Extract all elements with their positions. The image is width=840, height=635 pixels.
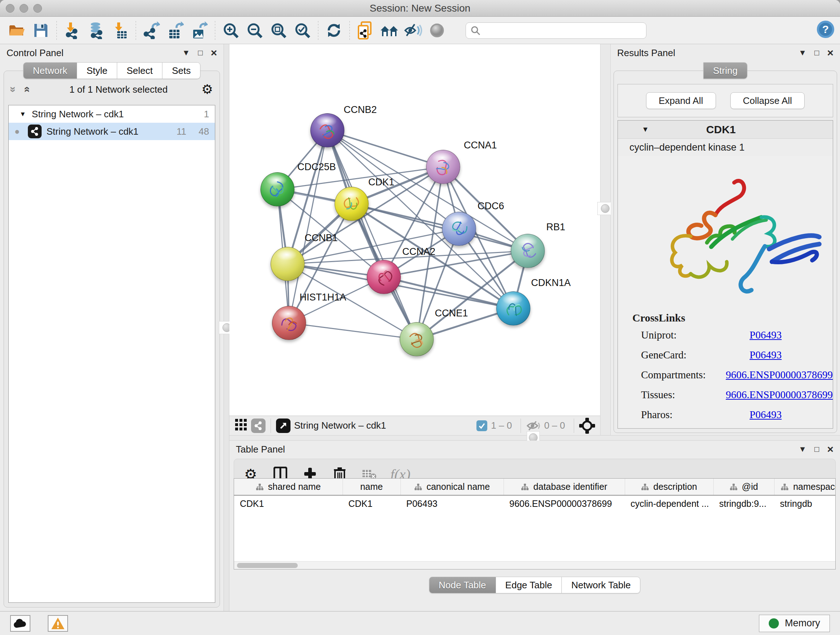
- node-CCNB2[interactable]: [310, 113, 344, 147]
- hide-details-button[interactable]: [401, 19, 425, 42]
- import-table-button[interactable]: [108, 19, 132, 42]
- panel-float-icon[interactable]: □: [198, 49, 202, 57]
- node-CDKN1A[interactable]: [496, 291, 531, 325]
- tab-node-table[interactable]: Node Table: [429, 577, 496, 593]
- panel-float-icon[interactable]: □: [814, 445, 819, 453]
- node-RB1[interactable]: [511, 234, 545, 268]
- table-horizontal-scrollbar[interactable]: [234, 561, 835, 569]
- collapse-all-button[interactable]: Collapse All: [730, 92, 805, 109]
- panel-close-icon[interactable]: ×: [827, 48, 834, 58]
- edge-CCNB2-CCNE1[interactable]: [327, 130, 417, 339]
- export-image-button[interactable]: [187, 19, 211, 42]
- table-row[interactable]: CDK1CDK1P064939606.ENSP00000378699cyclin…: [234, 495, 836, 512]
- export-table-button[interactable]: [164, 19, 187, 42]
- panel-menu-icon[interactable]: ▼: [798, 445, 806, 453]
- results-panel-title: Results Panel: [617, 48, 675, 59]
- tab-style[interactable]: Style: [77, 62, 117, 79]
- warnings-button[interactable]: [48, 615, 68, 632]
- expand-all-button[interactable]: Expand All: [646, 92, 716, 109]
- crosslink-link[interactable]: P06493: [750, 329, 782, 341]
- vertical-splitter-left[interactable]: [224, 44, 229, 611]
- vertical-splitter-right[interactable]: [600, 44, 611, 435]
- column-header[interactable]: shared name: [234, 478, 343, 495]
- network-canvas[interactable]: CCNB2CCNA1CDC25BCDK1CDC6RB1CCNB1CCNA2CDK…: [229, 44, 600, 416]
- memory-button[interactable]: Memory: [759, 615, 830, 632]
- node-CDC25B[interactable]: [261, 172, 294, 206]
- panel-float-icon[interactable]: □: [814, 49, 819, 57]
- node-CDC6[interactable]: [442, 212, 476, 246]
- network-collection-row[interactable]: ▼ String Network – cdk1 1: [9, 105, 215, 123]
- column-header[interactable]: database identifier: [504, 478, 625, 495]
- cloud-button[interactable]: [10, 615, 30, 632]
- cloud-icon: [13, 618, 27, 629]
- node-HIST1H1A[interactable]: [272, 306, 306, 340]
- tab-sets[interactable]: Sets: [163, 62, 201, 79]
- show-details-button[interactable]: [425, 19, 449, 42]
- selected-checkbox[interactable]: [477, 420, 487, 431]
- save-session-button[interactable]: [29, 19, 53, 42]
- crosslink-link[interactable]: 9606.ENSP00000378699: [726, 369, 833, 381]
- birdseye-grid-button[interactable]: [234, 418, 248, 433]
- horizontal-splitter[interactable]: [229, 435, 840, 440]
- crosslink-link[interactable]: P06493: [750, 349, 782, 361]
- node-CCNB1[interactable]: [271, 247, 305, 281]
- zoom-selected-button[interactable]: [291, 19, 314, 42]
- edge-HIST1H1A-CCNE1[interactable]: [289, 323, 417, 339]
- string-view-button[interactable]: [251, 418, 265, 433]
- gene-card-header[interactable]: ▼ CDK1: [618, 120, 833, 139]
- help-button[interactable]: ?: [816, 20, 835, 41]
- zoom-out-button[interactable]: [243, 19, 267, 42]
- zoom-fit-button[interactable]: [267, 19, 291, 42]
- network-row[interactable]: ● String Network – cdk1 11: [9, 123, 215, 140]
- table-cell[interactable]: stringdb: [774, 495, 836, 512]
- open-in-window-button[interactable]: [276, 418, 291, 433]
- table-cell[interactable]: stringdb:9...: [714, 495, 774, 512]
- node-CCNE1[interactable]: [400, 322, 434, 356]
- tab-select[interactable]: Select: [117, 62, 163, 79]
- collapse-all-icon[interactable]: »: [7, 87, 19, 93]
- panel-close-icon[interactable]: ×: [827, 444, 834, 455]
- home-networks-button[interactable]: [377, 19, 401, 42]
- table-cell[interactable]: CDK1: [343, 495, 401, 512]
- node-CDK1[interactable]: [335, 187, 369, 221]
- crosshair-icon[interactable]: [579, 418, 595, 434]
- panel-menu-icon[interactable]: ▼: [798, 49, 806, 57]
- edge-CCNA2-CDKN1A[interactable]: [384, 277, 513, 309]
- column-header[interactable]: name: [343, 478, 401, 495]
- import-network-file-button[interactable]: [60, 19, 84, 42]
- panel-close-icon[interactable]: ×: [210, 48, 217, 58]
- column-header[interactable]: description: [625, 478, 714, 495]
- expand-all-icon[interactable]: »: [20, 87, 32, 93]
- open-session-button[interactable]: [5, 19, 29, 42]
- refresh-icon: [326, 22, 342, 38]
- caret-down-icon[interactable]: ▼: [19, 111, 26, 118]
- node-CCNA2[interactable]: [367, 260, 401, 294]
- import-network-database-button[interactable]: [84, 19, 108, 42]
- table-cell[interactable]: CDK1: [234, 495, 343, 512]
- crosslink-link[interactable]: 9606.ENSP00000378699: [726, 389, 833, 401]
- column-header[interactable]: canonical name: [401, 478, 504, 495]
- search-input[interactable]: [480, 25, 632, 36]
- crosslink-link[interactable]: P06493: [750, 409, 782, 421]
- zoom-in-button[interactable]: [219, 19, 243, 42]
- clone-network-button[interactable]: [354, 19, 377, 42]
- toolbar-separator: [215, 21, 215, 40]
- toolbar-search[interactable]: [466, 22, 646, 39]
- column-header[interactable]: @id: [714, 478, 774, 495]
- tab-edge-table[interactable]: Edge Table: [496, 577, 562, 593]
- panel-menu-icon[interactable]: ▼: [182, 49, 190, 57]
- column-header[interactable]: namespace: [774, 478, 836, 495]
- edge-CCNB2-CCNA1[interactable]: [327, 130, 443, 167]
- caret-down-icon[interactable]: ▼: [642, 125, 649, 134]
- node-CCNA1[interactable]: [426, 150, 460, 184]
- gear-icon[interactable]: ⚙: [202, 82, 213, 97]
- table-cell[interactable]: P06493: [401, 495, 504, 512]
- scrollbar-thumb[interactable]: [237, 563, 298, 568]
- tab-string[interactable]: String: [703, 62, 747, 79]
- table-cell[interactable]: cyclin-dependent ...: [625, 495, 714, 512]
- tab-network[interactable]: Network: [23, 62, 77, 79]
- table-cell[interactable]: 9606.ENSP00000378699: [504, 495, 625, 512]
- export-network-button[interactable]: [140, 19, 164, 42]
- refresh-view-button[interactable]: [322, 19, 346, 42]
- tab-network-table[interactable]: Network Table: [562, 577, 640, 593]
